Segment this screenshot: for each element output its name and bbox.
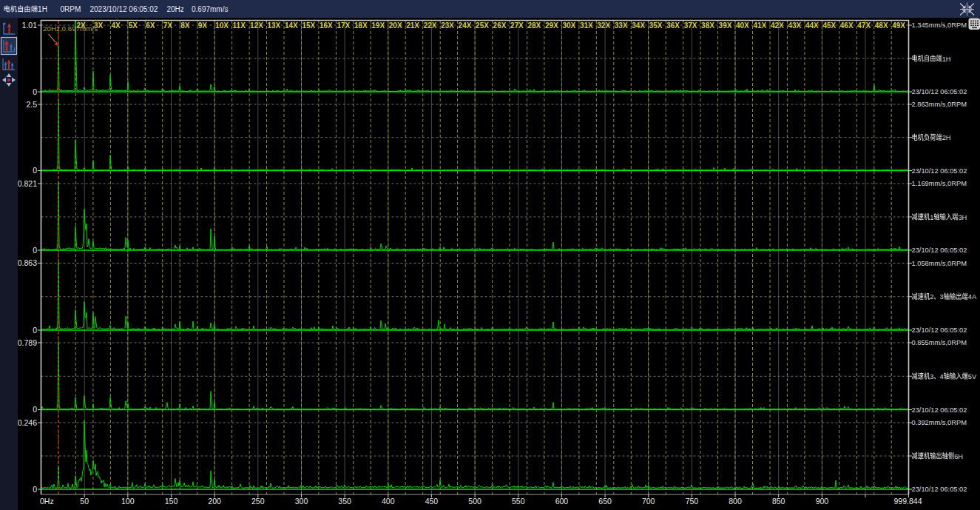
svg-text:45X: 45X — [822, 21, 836, 30]
svg-text:1.169mm/s,0RPM: 1.169mm/s,0RPM — [912, 180, 967, 187]
svg-text:0Hz: 0Hz — [40, 497, 54, 506]
svg-text:4: 4 — [940, 373, 944, 380]
svg-text:20X: 20X — [389, 21, 402, 30]
svg-text:15X: 15X — [303, 21, 316, 30]
svg-text:0.789: 0.789 — [18, 338, 37, 347]
svg-text:5X: 5X — [129, 21, 138, 30]
svg-text:19X: 19X — [371, 21, 385, 30]
svg-text:47X: 47X — [857, 21, 871, 30]
svg-text:18X: 18X — [354, 21, 368, 30]
svg-text:0.246: 0.246 — [18, 418, 37, 427]
svg-text:23/10/12 06:05:02: 23/10/12 06:05:02 — [912, 326, 967, 334]
svg-text:350: 350 — [338, 497, 351, 506]
svg-text:39X: 39X — [719, 21, 732, 30]
svg-text:21X: 21X — [406, 21, 419, 30]
svg-text:2023/10/12 06:05:02: 2023/10/12 06:05:02 — [90, 5, 158, 13]
svg-text:0: 0 — [33, 166, 37, 175]
svg-text:6X: 6X — [146, 21, 155, 30]
svg-text:23/10/12 06:05:02: 23/10/12 06:05:02 — [912, 246, 967, 254]
svg-text:4X: 4X — [111, 21, 121, 30]
svg-text:0: 0 — [33, 485, 37, 494]
svg-text:700: 700 — [642, 497, 655, 506]
svg-text:25X: 25X — [476, 21, 489, 30]
svg-text:2: 2 — [930, 293, 933, 301]
svg-text:34X: 34X — [632, 21, 645, 30]
svg-text:3H: 3H — [958, 214, 967, 221]
svg-text:9X: 9X — [198, 21, 208, 30]
svg-text:650: 650 — [598, 497, 612, 506]
svg-text:40X: 40X — [736, 21, 749, 30]
svg-text:550: 550 — [512, 497, 525, 506]
svg-text:900: 900 — [816, 497, 829, 506]
svg-text:16X: 16X — [320, 21, 333, 30]
svg-text:23/10/12 06:05:02: 23/10/12 06:05:02 — [912, 406, 967, 414]
svg-text:999.844: 999.844 — [894, 497, 922, 506]
svg-text:200: 200 — [208, 497, 221, 506]
svg-text:2H: 2H — [942, 134, 951, 141]
svg-text:1.058mm/s,0RPM: 1.058mm/s,0RPM — [912, 260, 967, 267]
svg-text:23X: 23X — [441, 21, 454, 30]
svg-text:0: 0 — [33, 87, 37, 96]
svg-text:4A: 4A — [968, 293, 977, 301]
svg-text:0.821: 0.821 — [18, 179, 37, 188]
svg-text:32X: 32X — [597, 21, 610, 30]
svg-text:20Hz,0.697mm/s: 20Hz,0.697mm/s — [43, 24, 98, 33]
svg-text:44X: 44X — [805, 21, 819, 30]
svg-text:27X: 27X — [510, 21, 524, 30]
svg-text:300: 300 — [295, 497, 308, 506]
svg-text:450: 450 — [425, 497, 439, 506]
svg-text:26X: 26X — [493, 21, 507, 30]
svg-text:750: 750 — [686, 497, 699, 506]
svg-text:0RPM: 0RPM — [61, 5, 81, 13]
svg-text:29X: 29X — [545, 21, 558, 30]
svg-text:2.863mm/s,0RPM: 2.863mm/s,0RPM — [912, 101, 967, 108]
svg-text:150: 150 — [165, 497, 178, 506]
svg-text:30X: 30X — [562, 21, 575, 30]
svg-text:1.01: 1.01 — [22, 21, 38, 30]
svg-text:3: 3 — [940, 293, 944, 301]
svg-text:12X: 12X — [250, 21, 263, 30]
svg-text:13X: 13X — [268, 21, 281, 30]
svg-text:31X: 31X — [580, 21, 593, 30]
svg-text:500: 500 — [468, 497, 481, 506]
svg-text:5V: 5V — [968, 373, 977, 380]
svg-text:49X: 49X — [892, 21, 905, 30]
svg-text:41X: 41X — [754, 21, 767, 30]
svg-text:36X: 36X — [666, 21, 680, 30]
svg-text:600: 600 — [555, 497, 569, 506]
svg-text:2.5: 2.5 — [26, 100, 37, 109]
svg-text:50: 50 — [80, 497, 89, 506]
svg-text:0: 0 — [33, 326, 37, 335]
svg-text:1H: 1H — [38, 5, 47, 13]
svg-text:0: 0 — [33, 405, 37, 414]
svg-text:37X: 37X — [684, 21, 697, 30]
svg-text:23/10/12 06:05:02: 23/10/12 06:05:02 — [912, 167, 967, 175]
svg-text:400: 400 — [382, 497, 395, 506]
svg-text:22X: 22X — [424, 21, 437, 30]
svg-text:800: 800 — [729, 497, 742, 506]
svg-text:1: 1 — [930, 214, 933, 221]
svg-text:33X: 33X — [615, 21, 628, 30]
svg-text:250: 250 — [251, 497, 265, 506]
svg-text:28X: 28X — [528, 21, 541, 30]
svg-text:1H: 1H — [942, 56, 951, 63]
svg-text:46X: 46X — [840, 21, 854, 30]
svg-text:48X: 48X — [875, 21, 888, 30]
svg-text:10X: 10X — [215, 21, 229, 30]
svg-text:0.392mm/s,0RPM: 0.392mm/s,0RPM — [912, 419, 967, 426]
svg-text:11X: 11X — [233, 21, 246, 30]
svg-text:38X: 38X — [701, 21, 714, 30]
svg-text:850: 850 — [772, 497, 785, 506]
svg-text:24X: 24X — [459, 21, 472, 30]
svg-text:23/10/12 06:05:02: 23/10/12 06:05:02 — [912, 486, 967, 493]
svg-text:35X: 35X — [649, 21, 663, 30]
svg-text:17X: 17X — [337, 21, 350, 30]
svg-text:43X: 43X — [788, 21, 801, 30]
svg-text:7X: 7X — [163, 21, 173, 30]
svg-text:1.345mm/s,0RPM: 1.345mm/s,0RPM — [912, 21, 967, 29]
svg-text:0.855mm/s,0RPM: 0.855mm/s,0RPM — [912, 339, 967, 346]
svg-text:6H: 6H — [954, 453, 963, 460]
svg-text:23/10/12 06:05:02: 23/10/12 06:05:02 — [912, 88, 967, 95]
svg-text:100: 100 — [121, 497, 135, 506]
svg-text:3: 3 — [930, 373, 933, 380]
